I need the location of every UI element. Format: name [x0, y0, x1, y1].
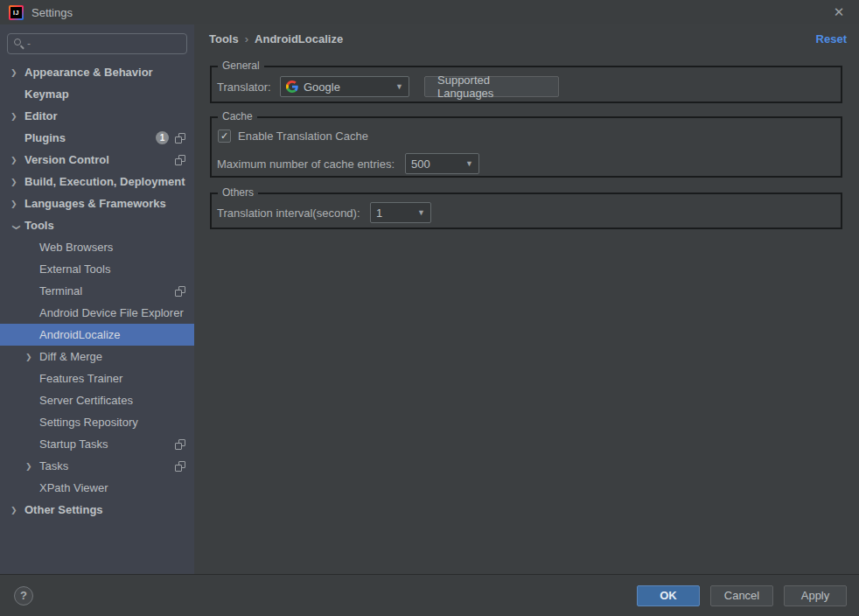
intellij-logo-icon: IJ: [9, 5, 24, 20]
chevron-right-icon[interactable]: ❯: [10, 200, 24, 208]
project-settings-icon: [175, 286, 185, 297]
sidebar-item-androidlocalize[interactable]: ❯AndroidLocalize: [0, 324, 194, 346]
sidebar-item-label: Keymap: [24, 88, 69, 101]
sidebar-item-label: Tasks: [39, 459, 68, 472]
chevron-right-icon[interactable]: ❯: [10, 68, 24, 77]
max-cache-entries-label: Maximum number of cache entries:: [217, 158, 395, 171]
sidebar-item-label: Diff & Merge: [39, 350, 102, 363]
chevron-right-icon[interactable]: ❯: [10, 178, 24, 186]
dropdown-arrow-icon: ▼: [465, 159, 473, 168]
sidebar-item-xpath-viewer[interactable]: ❯XPath Viewer: [0, 477, 194, 499]
project-settings-icon: [175, 155, 185, 165]
supported-languages-button[interactable]: Supported Languages: [424, 76, 559, 97]
sidebar-item-features-trainer[interactable]: ❯Features Trainer: [0, 368, 194, 389]
others-group: Others Translation interval(second): 1 ▼: [210, 192, 842, 229]
sidebar-item-label: Plugins: [24, 131, 66, 144]
sidebar-item-web-browsers[interactable]: ❯Web Browsers: [0, 236, 194, 258]
sidebar-item-startup-tasks[interactable]: ❯Startup Tasks: [0, 433, 194, 455]
translation-interval-label: Translation interval(second):: [217, 206, 360, 220]
cache-group: Cache ✓ Enable Translation Cache Maximum…: [210, 116, 842, 178]
sidebar-item-label: Build, Execution, Deployment: [24, 175, 185, 188]
chevron-right-icon[interactable]: ❯: [25, 462, 39, 471]
sidebar-item-version-control[interactable]: ❯Version Control: [0, 149, 194, 171]
dialog-footer: ? OK Cancel Apply: [0, 574, 859, 616]
settings-content: Tools › AndroidLocalize Reset General Tr…: [194, 24, 859, 574]
translation-interval-value: 1: [376, 206, 382, 220]
chevron-right-icon[interactable]: ❯: [10, 506, 24, 514]
sidebar-item-android-device-file-explorer[interactable]: ❯Android Device File Explorer: [0, 302, 194, 324]
sidebar-item-server-certificates[interactable]: ❯Server Certificates: [0, 389, 194, 411]
breadcrumb-separator-icon: ›: [245, 32, 248, 46]
sidebar-item-label: Settings Repository: [39, 416, 138, 429]
sidebar-item-terminal[interactable]: ❯Terminal: [0, 280, 194, 302]
sidebar-item-label: Tools: [24, 219, 54, 232]
window-title: Settings: [31, 6, 73, 19]
project-settings-icon: [175, 461, 185, 472]
cache-group-title: Cache: [218, 110, 257, 122]
sidebar-item-keymap[interactable]: ❯Keymap: [0, 83, 194, 105]
sidebar-item-other-settings[interactable]: ❯Other Settings: [0, 499, 194, 521]
sidebar-item-external-tools[interactable]: ❯External Tools: [0, 258, 194, 280]
google-logo-icon: [286, 80, 298, 93]
apply-button[interactable]: Apply: [784, 585, 847, 606]
breadcrumb-current: AndroidLocalize: [255, 32, 343, 46]
chevron-right-icon[interactable]: ❯: [25, 353, 39, 361]
sidebar-item-label: Version Control: [24, 153, 109, 166]
sidebar-item-label: Web Browsers: [39, 241, 113, 254]
general-group-title: General: [218, 60, 264, 72]
settings-sidebar: - ❯Appearance & Behavior❯Keymap❯Editor❯P…: [0, 24, 194, 574]
project-settings-icon: [175, 133, 185, 144]
sidebar-item-label: Appearance & Behavior: [24, 66, 153, 79]
search-hint: -: [27, 38, 31, 50]
sidebar-item-tools[interactable]: ❯Tools: [0, 214, 194, 236]
settings-tree: ❯Appearance & Behavior❯Keymap❯Editor❯Plu…: [0, 61, 194, 521]
sidebar-item-label: Editor: [24, 109, 58, 122]
search-input[interactable]: -: [7, 33, 187, 54]
dropdown-arrow-icon: ▼: [417, 208, 425, 217]
translator-value: Google: [304, 80, 340, 94]
max-cache-entries-value: 500: [411, 158, 430, 171]
translator-select[interactable]: Google ▼: [280, 76, 409, 97]
sidebar-item-label: AndroidLocalize: [39, 328, 121, 341]
sidebar-item-label: Android Device File Explorer: [39, 306, 184, 319]
sidebar-item-editor[interactable]: ❯Editor: [0, 105, 194, 127]
breadcrumb: Tools › AndroidLocalize: [209, 32, 343, 46]
cancel-button[interactable]: Cancel: [710, 585, 773, 606]
dropdown-arrow-icon: ▼: [395, 82, 403, 91]
sidebar-item-label: Other Settings: [24, 503, 103, 516]
search-icon: [13, 38, 25, 50]
max-cache-entries-select[interactable]: 500 ▼: [405, 153, 479, 174]
sidebar-item-settings-repository[interactable]: ❯Settings Repository: [0, 411, 194, 433]
title-bar: IJ Settings ✕: [0, 0, 859, 24]
sidebar-item-label: Startup Tasks: [39, 438, 108, 451]
reset-link[interactable]: Reset: [816, 32, 847, 46]
enable-translation-cache-checkbox[interactable]: ✓: [218, 130, 231, 143]
general-group: General Translator: Google ▼ Supported L…: [210, 66, 842, 103]
project-settings-icon: [175, 439, 185, 450]
sidebar-item-label: Terminal: [39, 284, 82, 298]
others-group-title: Others: [218, 186, 258, 199]
sidebar-item-build-execution-deployment[interactable]: ❯Build, Execution, Deployment: [0, 171, 194, 192]
sidebar-item-label: Server Certificates: [39, 394, 133, 407]
translation-interval-select[interactable]: 1 ▼: [370, 202, 431, 223]
sidebar-item-plugins[interactable]: ❯Plugins1: [0, 127, 194, 149]
translator-label: Translator:: [217, 80, 271, 94]
enable-translation-cache-label: Enable Translation Cache: [238, 130, 368, 143]
sidebar-item-label: XPath Viewer: [39, 481, 108, 494]
plugin-count-badge: 1: [156, 131, 169, 144]
sidebar-item-label: Features Trainer: [39, 372, 122, 385]
chevron-right-icon[interactable]: ❯: [10, 112, 24, 121]
close-icon[interactable]: ✕: [831, 4, 847, 20]
sidebar-item-label: External Tools: [39, 262, 110, 276]
sidebar-item-languages-frameworks[interactable]: ❯Languages & Frameworks: [0, 192, 194, 214]
sidebar-item-appearance-behavior[interactable]: ❯Appearance & Behavior: [0, 61, 194, 83]
sidebar-item-diff-merge[interactable]: ❯Diff & Merge: [0, 346, 194, 368]
ok-button[interactable]: OK: [637, 585, 700, 606]
settings-dialog: IJ Settings ✕ - ❯Appearance & Behavior❯K…: [0, 0, 859, 616]
chevron-down-icon[interactable]: ❯: [12, 224, 21, 238]
sidebar-item-label: Languages & Frameworks: [24, 197, 166, 210]
chevron-right-icon[interactable]: ❯: [10, 156, 24, 164]
breadcrumb-parent[interactable]: Tools: [209, 32, 239, 46]
help-button[interactable]: ?: [14, 586, 33, 606]
sidebar-item-tasks[interactable]: ❯Tasks: [0, 455, 194, 477]
